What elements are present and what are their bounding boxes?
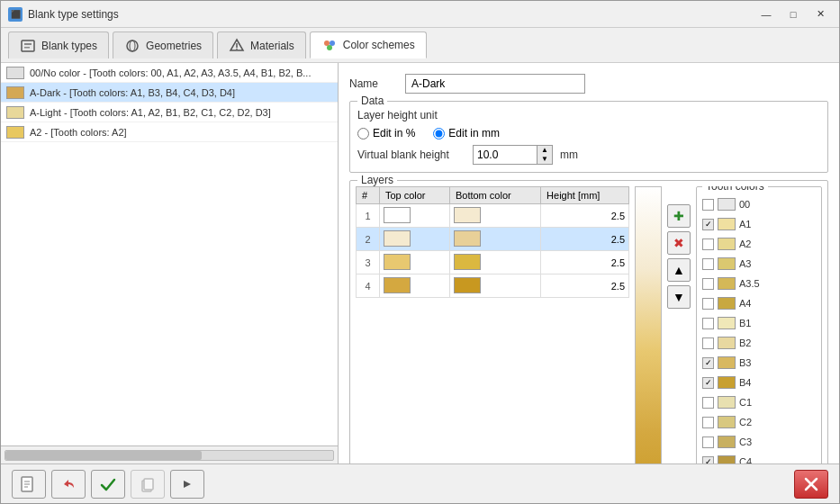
tab-geometries[interactable]: Geometries: [113, 32, 213, 58]
tooth-item: B1: [699, 313, 819, 333]
bottom-color-swatch[interactable]: [454, 207, 481, 223]
tooth-item: B2: [699, 333, 819, 353]
content-area: 00/No color - [Tooth colors: 00, A1, A2,…: [1, 63, 839, 464]
list-item[interactable]: A-Dark - [Tooth colors: A1, B3, B4, C4, …: [1, 83, 338, 103]
list-item[interactable]: 00/No color - [Tooth colors: 00, A1, A2,…: [1, 63, 338, 83]
height-val: 2.5: [541, 251, 629, 274]
tooth-checkbox-A1[interactable]: ✓: [702, 219, 714, 230]
top-color-cell[interactable]: [379, 204, 449, 228]
layer-height-radio-group: Edit in % Edit in mm: [357, 127, 820, 140]
table-row[interactable]: 1 2.5: [357, 204, 629, 228]
top-color-swatch[interactable]: [384, 277, 411, 293]
top-color-swatch[interactable]: [384, 207, 411, 223]
color-schemes-list[interactable]: 00/No color - [Tooth colors: 00, A1, A2,…: [1, 63, 338, 446]
right-panel: Name Data Layer height unit Edit in %: [339, 63, 839, 464]
tooth-name-C1: C1: [739, 397, 752, 408]
tooth-checkbox-C2[interactable]: [702, 417, 714, 428]
tooth-checkbox-A35[interactable]: [702, 278, 714, 290]
tab-color-schemes[interactable]: Color schemes: [310, 32, 427, 58]
maximize-button[interactable]: □: [781, 6, 805, 22]
list-item-text: A-Light - [Tooth colors: A1, A2, B1, B2,…: [30, 107, 271, 118]
tab-blank-types-label: Blank types: [41, 40, 97, 52]
table-row[interactable]: 4 2.5: [357, 274, 629, 298]
undo-button[interactable]: [51, 470, 86, 499]
tab-geometries-label: Geometries: [146, 40, 202, 52]
top-color-cell[interactable]: [379, 228, 449, 251]
tooth-colors-list[interactable]: 00 ✓ A1 A2: [697, 191, 821, 464]
delete-layer-button[interactable]: ✖: [667, 231, 691, 255]
bottom-color-cell[interactable]: [449, 204, 540, 228]
horizontal-scrollbar[interactable]: [1, 446, 338, 464]
tooth-checkbox-00[interactable]: [702, 199, 714, 211]
tooth-checkbox-B4[interactable]: ✓: [702, 377, 714, 389]
tooth-swatch-00: [718, 198, 736, 211]
tooth-item: A3.5: [699, 274, 819, 293]
bottom-right-buttons: [794, 470, 828, 499]
svg-rect-0: [22, 40, 34, 51]
minimize-button[interactable]: —: [754, 6, 778, 22]
name-input[interactable]: [405, 74, 585, 94]
bottom-color-swatch[interactable]: [454, 230, 481, 247]
hscrollbar-thumb[interactable]: [5, 451, 202, 460]
list-item[interactable]: A2 - [Tooth colors: A2]: [1, 122, 338, 142]
spinbox-up[interactable]: ▲: [537, 146, 552, 155]
cancel-button[interactable]: [794, 470, 828, 499]
tooth-name-A4: A4: [739, 298, 751, 309]
tooth-name-B4: B4: [739, 377, 751, 388]
top-color-swatch[interactable]: [384, 230, 411, 247]
move-layer-down-button[interactable]: ▼: [667, 285, 691, 309]
tooth-item: 00: [699, 194, 819, 214]
height-val: 2.5: [541, 274, 629, 298]
bottom-color-cell[interactable]: [449, 251, 540, 274]
tooth-name-C4: C4: [739, 456, 752, 464]
radio-percent[interactable]: Edit in %: [357, 127, 415, 140]
tooth-checkbox-B3[interactable]: ✓: [702, 357, 714, 369]
move-layer-up-button[interactable]: ▲: [667, 258, 691, 282]
tooth-checkbox-A3[interactable]: [702, 258, 714, 270]
forward-button[interactable]: [170, 470, 204, 499]
bottom-color-swatch[interactable]: [454, 254, 481, 270]
svg-point-8: [324, 40, 330, 46]
virtual-blank-row: Virtual blank height ▲ ▼ mm: [357, 145, 820, 165]
add-layer-button[interactable]: ✚: [667, 204, 691, 228]
layers-table: # Top color Bottom color Height [mm] 1: [356, 186, 629, 298]
svg-point-9: [330, 40, 335, 46]
bottom-color-cell[interactable]: [449, 228, 540, 251]
virtual-blank-input[interactable]: [474, 146, 537, 164]
tooth-checkbox-C4[interactable]: ✓: [702, 456, 714, 464]
tab-blank-types[interactable]: Blank types: [8, 32, 109, 58]
tooth-item: C2: [699, 412, 819, 432]
tab-materials[interactable]: Materials: [217, 32, 306, 58]
radio-percent-input[interactable]: [357, 128, 369, 140]
copy-button[interactable]: [131, 470, 165, 499]
table-row[interactable]: 3 2.5: [357, 251, 629, 274]
radio-mm-input[interactable]: [433, 128, 445, 140]
list-item-text: A2 - [Tooth colors: A2]: [30, 127, 127, 138]
bottom-color-swatch[interactable]: [454, 277, 481, 293]
bottom-color-cell[interactable]: [449, 274, 540, 298]
tooth-checkbox-A4[interactable]: [702, 298, 714, 310]
spinbox-down[interactable]: ▼: [537, 155, 552, 164]
radio-mm[interactable]: Edit in mm: [433, 127, 500, 140]
tooth-checkbox-B2[interactable]: [702, 338, 714, 349]
col-height: Height [mm]: [541, 187, 629, 204]
top-color-swatch[interactable]: [384, 254, 411, 270]
new-button[interactable]: [12, 470, 46, 499]
name-row: Name: [349, 74, 828, 94]
hscrollbar-track[interactable]: [5, 450, 334, 461]
tooth-checkbox-A2[interactable]: [702, 238, 714, 250]
tooth-checkbox-B1[interactable]: [702, 318, 714, 329]
tooth-item: A3: [699, 254, 819, 274]
tab-color-schemes-label: Color schemes: [343, 39, 415, 51]
tooth-checkbox-C3[interactable]: [702, 436, 714, 448]
list-item[interactable]: A-Light - [Tooth colors: A1, A2, B1, B2,…: [1, 103, 338, 122]
top-color-cell[interactable]: [379, 274, 449, 298]
tooth-item: C1: [699, 392, 819, 412]
tooth-checkbox-C1[interactable]: [702, 397, 714, 409]
table-row[interactable]: 2 2.5: [357, 228, 629, 251]
virtual-blank-unit: mm: [560, 148, 578, 161]
apply-button[interactable]: [91, 470, 125, 499]
layer-gradient-bar: [635, 186, 662, 464]
close-button[interactable]: ✕: [808, 6, 832, 22]
top-color-cell[interactable]: [379, 251, 449, 274]
